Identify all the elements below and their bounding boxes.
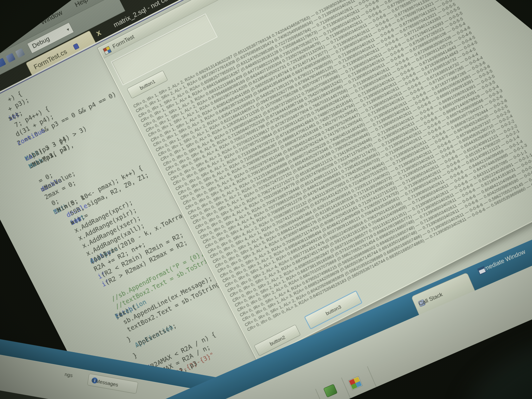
configuration-label: Debug xyxy=(31,35,51,50)
lock-icon xyxy=(73,43,79,50)
winforms-app-icon xyxy=(103,46,112,55)
toolbar-icon-1[interactable] xyxy=(0,58,6,68)
toolbar-icon-3[interactable] xyxy=(15,48,25,58)
taskbar-icon-app-green[interactable] xyxy=(323,384,337,398)
call-stack-label: Call Stack xyxy=(418,291,444,307)
taskbar-icon-windows[interactable] xyxy=(348,376,363,390)
warnings-label-partial: ngs xyxy=(64,371,73,378)
chevron-down-icon: ▾ xyxy=(66,27,70,32)
menu-help[interactable]: Help xyxy=(73,0,89,9)
toolbar-icon-2[interactable] xyxy=(6,53,16,63)
photo-of-monitor: Test Window Help xm Debug ▾ FormTest.cs … xyxy=(0,0,532,399)
messages-label: 0 Messages xyxy=(91,377,119,387)
